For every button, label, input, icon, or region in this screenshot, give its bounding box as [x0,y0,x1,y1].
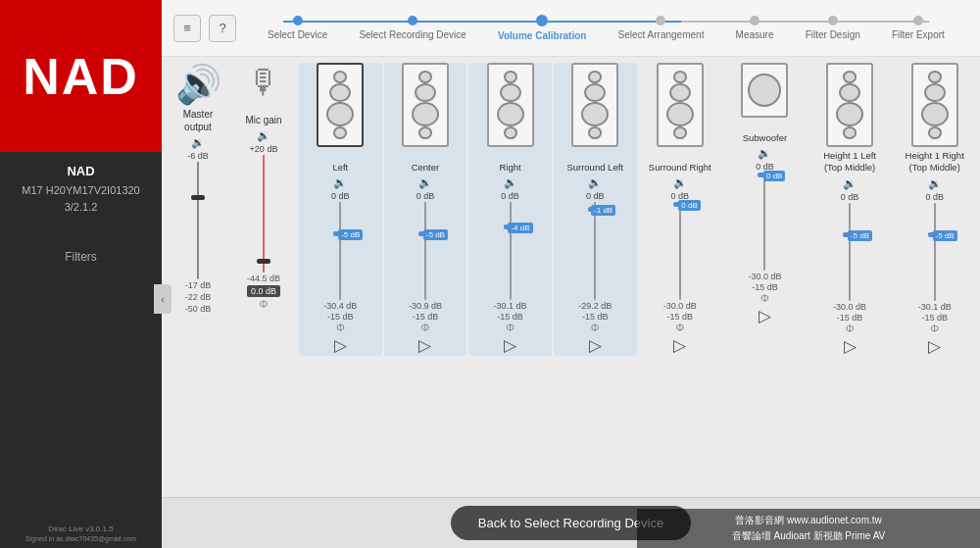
mic-fader-track[interactable] [263,155,265,273]
master-fader-track[interactable] [197,162,199,279]
step-dot-6 [828,16,838,25]
step-label-2: Select Recording Device [359,29,466,40]
left-vol-icon: 🔉 [333,176,347,189]
channel-surround-left: Surround Left 🔉 0 dB -1 dB -29.2 dB -15 … [554,63,637,356]
help-icon: ? [219,21,225,35]
sub-speaker-img [741,63,788,118]
sub-name: Subwoofer [743,121,787,144]
sub-db-bottom: -30.0 dB [748,272,781,281]
left-fader-track[interactable]: -5 dB [339,202,341,300]
left-play-button[interactable]: ▷ [334,335,347,356]
h1l-play-button[interactable]: ▷ [844,336,857,357]
surround-right-speaker-img [657,63,704,147]
h1l-phase-icon: Φ [846,323,855,334]
h1l-db-bottom: -30.0 dB [833,302,866,312]
watermark-line2: 音響論壇 Audioart 新視聽 Prime AV [732,529,886,543]
sidebar: NAD NAD M17 H20YM17V2I01320 3/2.1.2 Filt… [0,0,162,548]
device-version: 3/2.1.2 [22,199,139,217]
sub-db-badge: 0 dB [763,171,785,181]
sr-play-button[interactable]: ▷ [673,335,686,356]
step-label-3: Volume Calibration [498,30,586,41]
back-button-label: Back to Select Recording Device [478,516,663,530]
surround-right-name: Surround Right [649,150,711,174]
topbar: ≡ ? Select Device Select Recording Devic… [162,0,980,57]
content-area: 🔊 Masteroutput 🔉 -6 dB -17 dB -22 dB -50… [162,57,980,497]
left-floor: -15 dB [327,312,354,322]
h1l-name: Height 1 Left(Top Middle) [823,150,876,174]
h1l-db-badge: -5 dB [848,230,872,241]
collapse-sidebar-button[interactable]: ‹ [154,284,172,314]
mic-db-low: -44.5 dB [247,274,280,283]
h1r-fader-track[interactable]: -5 dB [934,203,936,301]
master-output-channel: 🔊 Masteroutput 🔉 -6 dB -17 dB -22 dB -50… [168,63,228,315]
h1l-vol-icon: 🔉 [843,177,857,190]
sub-phase-icon: Φ [760,292,769,304]
channel-right: Right 🔉 0 dB -4 dB -30.1 dB -15 dB Φ ▷ [468,63,552,356]
right-phase-icon: Φ [506,322,514,333]
mic-vol-icon: 🔉 [257,129,270,142]
center-db-top: 0 dB [416,191,435,201]
step-select-arrangement[interactable]: Select Arrangement [618,16,705,40]
mic-icon: 🎙 [247,63,280,101]
step-filter-design[interactable]: Filter Design [806,16,860,40]
menu-button[interactable]: ≡ [173,15,201,42]
step-filter-export[interactable]: Filter Export [892,16,945,40]
h1l-speaker-img [826,63,873,147]
sr-fader-track[interactable]: 0 dB [679,202,681,300]
sr-db-badge: 0 dB [678,200,700,211]
step-dot-2 [408,16,417,25]
h1l-fader-track[interactable]: -5 dB [849,203,851,301]
right-vol-icon: 🔉 [504,176,517,189]
master-fader-knob[interactable] [191,195,205,200]
h1l-db-top: 0 dB [841,192,859,202]
center-phase-icon: Φ [421,322,430,333]
filters-button[interactable]: Filters [57,246,105,268]
step-select-recording[interactable]: Select Recording Device [359,16,466,40]
left-db-badge: -5 dB [338,229,363,240]
mic-channel-name: Mic gain [245,103,281,126]
left-db-bottom: -30.4 dB [323,301,357,311]
h1r-play-button[interactable]: ▷ [928,336,941,357]
master-db-mid1: -17 dB [185,280,212,290]
channel-subwoofer: Subwoofer 🔉 0 dB 0 dB -30.0 dB -15 dB Φ … [723,63,807,326]
master-db-mid2: -22 dB [185,292,212,302]
center-fader-track[interactable]: -5 dB [424,202,426,300]
left-channel-name: Left [332,150,348,174]
sl-db-top: 0 dB [586,191,605,201]
sl-fader-track[interactable]: -1 dB [594,202,596,300]
right-channel-name: Right [499,150,520,174]
sr-db-bottom: -30.0 dB [663,301,697,311]
right-db-top: 0 dB [501,191,519,201]
right-fader-track[interactable]: -4 dB [510,202,512,300]
master-channel-name: Masteroutput [183,108,214,133]
sl-vol-icon: 🔉 [588,176,602,189]
filters-label: Filters [65,250,97,264]
center-play-button[interactable]: ▷ [418,335,431,356]
master-vol-icon: 🔉 [191,136,205,149]
help-button[interactable]: ? [209,15,236,42]
device-model: M17 H20YM17V2I01320 [22,182,139,200]
step-label-7: Filter Export [892,29,945,40]
step-measure[interactable]: Measure [736,16,774,40]
h1r-floor: -15 dB [921,313,948,323]
surround-left-name: Surround Left [566,150,623,174]
logo-text: NAD [23,47,139,106]
sub-play-button[interactable]: ▷ [759,306,771,326]
mic-phase-icon: Φ [260,298,269,310]
signed-in: Signed in as dlwc70435@gmail.com [25,535,136,542]
mic-db-top: +20 dB [250,144,278,154]
mic-fader-knob[interactable] [257,259,270,264]
sl-play-button[interactable]: ▷ [589,335,602,356]
center-vol-icon: 🔉 [418,176,432,189]
left-phase-icon: Φ [336,322,345,333]
step-volume-calibration[interactable]: Volume Calibration [498,15,586,41]
channel-left: Left 🔉 0 dB -5 dB -30.4 dB -15 dB Φ ▷ [299,63,382,356]
h1r-name: Height 1 Right(Top Middle) [906,150,964,174]
h1l-floor: -15 dB [837,313,863,323]
menu-icon: ≡ [183,21,191,35]
right-play-button[interactable]: ▷ [504,335,516,356]
sub-fader-track[interactable]: 0 dB [763,173,765,271]
mic-db-value: 0.0 dB [247,285,280,297]
watermark-line1: 普洛影音網 www.audionet.com.tw [735,514,882,527]
step-select-device[interactable]: Select Device [268,16,327,40]
